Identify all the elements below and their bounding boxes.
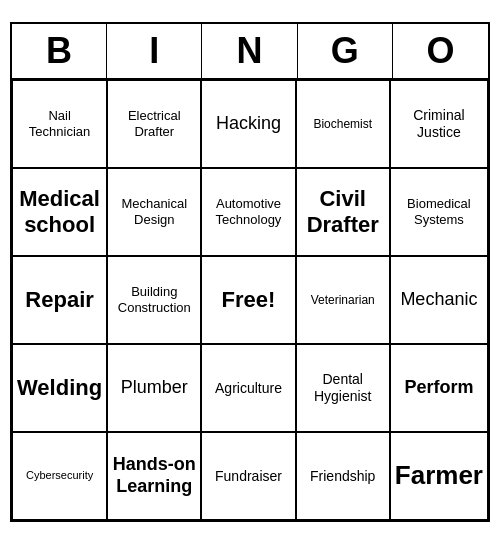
bingo-cell-r4c3: Agriculture [201,344,295,432]
cell-text: Perform [404,377,473,399]
bingo-cell-r4c4: Dental Hygienist [296,344,390,432]
bingo-cell-r1c3: Hacking [201,80,295,168]
bingo-cell-r2c5: Biomedical Systems [390,168,488,256]
bingo-cell-r5c5: Farmer [390,432,488,520]
bingo-cell-r4c2: Plumber [107,344,201,432]
cell-text: Farmer [395,460,483,491]
cell-text: Biomedical Systems [395,196,483,227]
cell-text: Electrical Drafter [112,108,196,139]
cell-text: Fundraiser [215,468,282,485]
bingo-cell-r1c2: Electrical Drafter [107,80,201,168]
header-letter: N [202,24,297,78]
cell-text: Building Construction [112,284,196,315]
bingo-cell-r3c5: Mechanic [390,256,488,344]
header-letter: G [298,24,393,78]
bingo-cell-r1c1: Nail Technician [12,80,107,168]
bingo-cell-r1c4: Biochemist [296,80,390,168]
header-letter: I [107,24,202,78]
cell-text: Cybersecurity [26,469,93,482]
cell-text: Hacking [216,113,281,135]
bingo-cell-r3c4: Veterinarian [296,256,390,344]
cell-text: Mechanical Design [112,196,196,227]
cell-text: Veterinarian [311,293,375,307]
bingo-cell-r5c1: Cybersecurity [12,432,107,520]
cell-text: Welding [17,375,102,401]
bingo-cell-r3c3: Free! [201,256,295,344]
cell-text: Medical school [17,186,102,239]
bingo-cell-r5c2: Hands-on Learning [107,432,201,520]
cell-text: Criminal Justice [395,107,483,141]
cell-text: Plumber [121,377,188,399]
cell-text: Mechanic [400,289,477,311]
cell-text: Biochemist [313,117,372,131]
bingo-cell-r5c4: Friendship [296,432,390,520]
cell-text: Nail Technician [17,108,102,139]
bingo-cell-r2c4: Civil Drafter [296,168,390,256]
header-letter: B [12,24,107,78]
bingo-cell-r4c5: Perform [390,344,488,432]
header-letter: O [393,24,488,78]
bingo-cell-r4c1: Welding [12,344,107,432]
cell-text: Friendship [310,468,375,485]
bingo-grid: Nail TechnicianElectrical DrafterHacking… [12,80,488,520]
cell-text: Automotive Technology [206,196,290,227]
bingo-cell-r5c3: Fundraiser [201,432,295,520]
bingo-card: BINGO Nail TechnicianElectrical DrafterH… [10,22,490,522]
bingo-cell-r2c2: Mechanical Design [107,168,201,256]
cell-text: Hands-on Learning [112,454,196,497]
cell-text: Agriculture [215,380,282,397]
cell-text: Repair [25,287,93,313]
bingo-header: BINGO [12,24,488,80]
bingo-cell-r1c5: Criminal Justice [390,80,488,168]
cell-text: Civil Drafter [301,186,385,239]
bingo-cell-r3c2: Building Construction [107,256,201,344]
cell-text: Free! [222,287,276,313]
bingo-cell-r2c3: Automotive Technology [201,168,295,256]
bingo-cell-r2c1: Medical school [12,168,107,256]
bingo-cell-r3c1: Repair [12,256,107,344]
cell-text: Dental Hygienist [301,371,385,405]
